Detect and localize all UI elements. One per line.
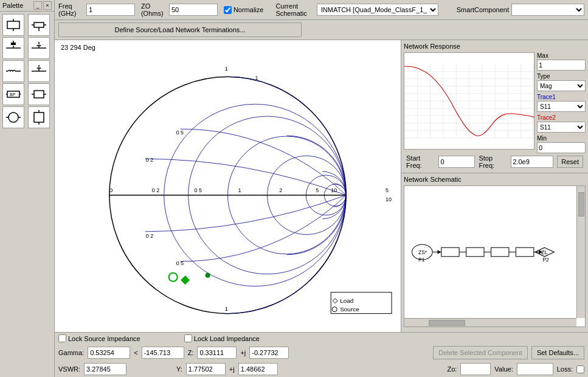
normalize-group: Normalize [224, 6, 264, 14]
y-label: Y: [176, 365, 182, 373]
stop-freq-input[interactable] [511, 156, 553, 168]
svg-point-57 [206, 273, 210, 278]
top-controls: Freq (GHz) ZO (Ohms) Normalize Current S… [55, 0, 588, 20]
trace2-select[interactable]: S11 [537, 122, 586, 133]
loss-checkbox[interactable] [576, 365, 584, 373]
svg-rect-0 [7, 21, 19, 29]
svg-text:P2: P2 [542, 257, 549, 263]
define-terminations-btn[interactable]: Define Source/Load Network Terminations.… [58, 22, 302, 37]
value-label: Value: [494, 365, 513, 373]
lock-source-group: Lock Source Impedance [58, 334, 140, 342]
svg-text:2: 2 [279, 187, 282, 193]
svg-text:P1: P1 [418, 257, 425, 263]
trace1-select[interactable]: S11 [537, 101, 586, 112]
ns-scrollbar-horizontal[interactable] [404, 318, 576, 327]
normalize-label: Normalize [233, 6, 264, 13]
svg-text:1: 1 [238, 187, 241, 193]
palette-item-c2[interactable] [28, 106, 50, 128]
vswr-input[interactable] [84, 363, 126, 375]
type-control: Type Mag [537, 73, 586, 91]
palette-item-rlc-shunt[interactable] [28, 60, 50, 82]
gamma-label: Gamma: [58, 349, 84, 356]
smart-component-select[interactable] [511, 4, 584, 16]
normalize-checkbox[interactable] [224, 6, 232, 14]
start-freq-input[interactable] [438, 156, 475, 168]
type-select[interactable]: Mag [537, 80, 586, 91]
right-panel: Network Response [401, 40, 588, 332]
smith-chart-svg: 0 0 2 0 5 1 2 5 10 0 2 0 5 1 5 10 0 2 0 … [55, 40, 401, 332]
palette-item-ind-shunt[interactable] [28, 37, 50, 59]
value-input[interactable] [517, 363, 553, 375]
lock-source-checkbox[interactable] [58, 334, 66, 342]
angle-input[interactable] [142, 347, 184, 359]
ns-scrollbar-vertical[interactable] [576, 186, 585, 318]
bottom-row2: Gamma: < Z: +j Delete Selected Component… [55, 344, 588, 361]
svg-text:0 2: 0 2 [146, 157, 153, 163]
palette-panel: Palette _ × BP [0, 0, 55, 377]
svg-text:1: 1 [255, 75, 258, 81]
max-input[interactable] [537, 60, 586, 71]
max-control: Max [537, 52, 586, 71]
zo-bottom-label: Zo: [447, 365, 457, 373]
svg-point-27 [9, 112, 18, 122]
svg-text:Load: Load [340, 297, 353, 304]
min-input[interactable] [537, 142, 586, 153]
lock-load-checkbox[interactable] [184, 334, 192, 342]
y-imag-input[interactable] [238, 363, 278, 375]
palette-header: Palette _ × [0, 0, 54, 12]
palette-item-d[interactable] [2, 106, 24, 128]
palette-item-port[interactable] [2, 14, 24, 36]
palette-item-rlc-series[interactable] [2, 60, 24, 82]
z-imag-input[interactable] [249, 347, 289, 359]
nr-controls: Max Type Mag Trace1 S11 [537, 52, 586, 153]
delete-selected-btn[interactable]: Delete Selected Component [433, 346, 528, 359]
y-real-input[interactable] [186, 363, 226, 375]
svg-text:ZS*: ZS* [418, 249, 427, 255]
trace1-control: Trace1 S11 [537, 94, 586, 112]
define-row: Define Source/Load Network Terminations.… [55, 20, 588, 40]
network-response-title: Network Response [404, 43, 586, 50]
svg-text:10: 10 [331, 187, 337, 193]
palette-minimize-btn[interactable]: _ [33, 1, 42, 10]
zo-bottom-input[interactable] [460, 363, 491, 375]
zo-input[interactable] [169, 4, 218, 16]
current-schematic-select[interactable]: INMATCH [Quad_Mode_ClassF_1_li] [317, 4, 438, 16]
trace2-control: Trace2 S11 [537, 114, 586, 133]
svg-text:0 5: 0 5 [176, 130, 184, 136]
lock-source-label: Lock Source Impedance [68, 335, 140, 342]
z-real-input[interactable] [197, 347, 237, 359]
freq-input[interactable] [86, 4, 135, 16]
bottom-bar: Lock Source Impedance Lock Load Impedanc… [55, 332, 588, 377]
set-defaults-btn[interactable]: Set Defaults... [531, 346, 584, 359]
reset-btn[interactable]: Reset [557, 156, 583, 168]
palette-close-btn[interactable]: × [43, 1, 52, 10]
max-label: Max [537, 52, 586, 59]
trace2-label: Trace2 [537, 114, 586, 121]
smith-title: 23 294 Deg [61, 44, 95, 51]
type-label: Type [537, 73, 586, 80]
ns-hscroll-thumb[interactable] [429, 320, 465, 326]
palette-item-b[interactable] [28, 83, 50, 105]
freq-range-row: Start Freq: Stop Freq: Reset [404, 153, 586, 170]
vswr-label: VSWR: [58, 365, 80, 373]
gamma-input[interactable] [88, 347, 130, 359]
svg-text:5: 5 [386, 187, 389, 193]
svg-text:0 2: 0 2 [152, 187, 159, 193]
min-control: Min [537, 135, 586, 153]
bottom-row3: VSWR: Y: +j Zo: Value: Loss: [55, 361, 588, 377]
y-plus-label: +j [229, 365, 235, 373]
start-freq-label: Start Freq: [406, 154, 435, 169]
trace1-label: Trace1 [537, 94, 586, 100]
z-label: Z: [188, 349, 194, 356]
svg-text:0 2: 0 2 [146, 233, 153, 239]
angle-label: < [134, 349, 137, 356]
z-plus-label: +j [240, 349, 246, 356]
svg-text:Source: Source [340, 306, 359, 313]
ns-vscroll-thumb[interactable] [578, 192, 584, 216]
network-schematic-canvas: ZS* P1 [404, 185, 586, 327]
palette-item-bp[interactable]: BP [2, 83, 24, 105]
palette-item-cap-shunt[interactable] [2, 37, 24, 59]
freq-label: Freq (GHz) [58, 2, 84, 17]
palette-item-series[interactable] [28, 14, 50, 36]
palette-title: Palette [2, 2, 23, 9]
